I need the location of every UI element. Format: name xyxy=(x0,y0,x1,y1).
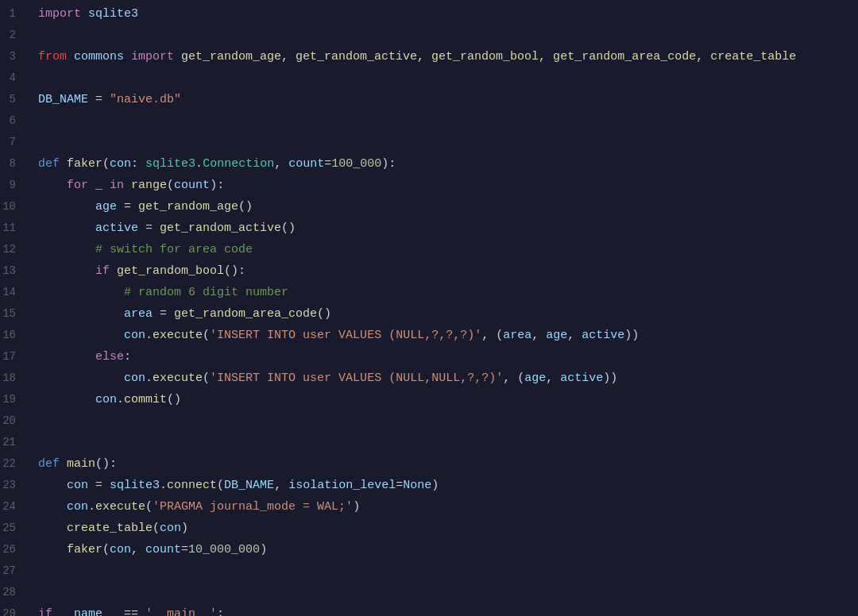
token: ( xyxy=(102,543,110,556)
token: , ( xyxy=(503,372,524,385)
token: import xyxy=(131,50,174,64)
token: ) xyxy=(181,522,188,535)
code-editor: 1import sqlite32 3from commons import ge… xyxy=(0,0,858,616)
code-line: 5DB_NAME = "naive.db" xyxy=(0,89,858,110)
token: if xyxy=(95,264,110,278)
token: else xyxy=(95,350,124,364)
token: = xyxy=(181,543,188,556)
token: active xyxy=(582,329,624,342)
line-content: for _ in range(count): xyxy=(29,175,858,196)
token: = xyxy=(88,479,110,492)
line-number: 17 xyxy=(0,346,29,367)
token: ): xyxy=(381,157,396,171)
token: = xyxy=(396,479,403,492)
token: sqlite3 xyxy=(81,7,138,21)
token: ( xyxy=(203,372,210,385)
token: get_random_active xyxy=(160,221,281,235)
code-line: 12 # switch for area code xyxy=(0,239,858,260)
token xyxy=(38,221,95,235)
token: count xyxy=(145,543,181,556)
token: ( xyxy=(217,479,224,492)
token xyxy=(38,286,124,299)
token: age xyxy=(95,200,117,214)
token xyxy=(38,179,67,192)
token: age xyxy=(524,372,546,385)
token: execute xyxy=(95,500,145,514)
token: commons xyxy=(67,50,131,64)
token: , ( xyxy=(481,329,503,342)
token: isolation_level xyxy=(288,479,396,492)
line-number: 13 xyxy=(0,260,29,281)
line-number: 15 xyxy=(0,303,29,324)
code-line: 1import sqlite3 xyxy=(0,3,858,25)
code-line: 26 faker(con, count=10_000_000) xyxy=(0,539,858,560)
code-line: 24 con.execute('PRAGMA journal_mode = WA… xyxy=(0,496,858,518)
token xyxy=(38,500,67,514)
line-content: con.execute('PRAGMA journal_mode = WAL;'… xyxy=(29,497,858,518)
token: sqlite3 xyxy=(145,157,195,171)
code-line: 10 age = get_random_age() xyxy=(0,196,858,218)
token: commit xyxy=(124,393,167,406)
token: _ xyxy=(88,179,110,192)
line-number: 18 xyxy=(0,368,29,388)
token: get_random_age, get_random_active, get_r… xyxy=(174,50,796,64)
line-content: con.commit() xyxy=(29,390,858,410)
token: con xyxy=(95,393,117,406)
token: (): xyxy=(224,264,245,278)
line-number: 20 xyxy=(0,410,29,431)
token: '__main__' xyxy=(145,607,217,616)
token: )) xyxy=(624,329,639,342)
code-line: 11 active = get_random_active() xyxy=(0,218,858,239)
token: = xyxy=(138,221,160,235)
line-number: 26 xyxy=(0,539,29,560)
code-line: 22def main(): xyxy=(0,453,858,475)
line-content xyxy=(29,433,858,453)
line-number: 29 xyxy=(0,603,29,616)
line-number: 27 xyxy=(0,560,29,581)
token: , xyxy=(546,372,560,385)
token: 'INSERT INTO user VALUES (NULL,NULL,?,?)… xyxy=(210,372,503,385)
token: ( xyxy=(203,329,210,342)
token: import xyxy=(38,7,81,21)
line-content: # random 6 digit number xyxy=(29,283,858,303)
line-number: 10 xyxy=(0,196,29,217)
code-line: 28 xyxy=(0,582,858,603)
token xyxy=(38,200,95,214)
token: Connection xyxy=(203,157,274,171)
line-number: 7 xyxy=(0,132,29,152)
token: . xyxy=(88,500,95,514)
token: = xyxy=(324,157,331,171)
line-content xyxy=(29,111,858,132)
token: , xyxy=(131,543,145,556)
token: get_random_age xyxy=(138,200,238,214)
token: (): xyxy=(95,457,117,471)
line-number: 6 xyxy=(0,110,29,131)
token: . xyxy=(145,329,153,342)
token xyxy=(60,157,67,171)
token: ) xyxy=(431,479,439,492)
code-line: 23 con = sqlite3.connect(DB_NAME, isolat… xyxy=(0,475,858,496)
code-line: 3from commons import get_random_age, get… xyxy=(0,46,858,67)
code-line: 25 create_table(con) xyxy=(0,518,858,539)
token xyxy=(38,350,95,364)
code-line: 8def faker(con: sqlite3.Connection, coun… xyxy=(0,153,858,175)
token: count xyxy=(288,157,324,171)
token xyxy=(38,329,124,342)
line-content: age = get_random_age() xyxy=(29,197,858,218)
code-line: 14 # random 6 digit number xyxy=(0,282,858,303)
line-content: faker(con, count=10_000_000) xyxy=(29,540,858,560)
code-line: 19 con.commit() xyxy=(0,389,858,410)
token xyxy=(38,243,95,256)
token: ) xyxy=(353,500,360,514)
token: = xyxy=(88,93,110,106)
token xyxy=(38,543,67,556)
token xyxy=(60,457,67,471)
token: get_random_area_code xyxy=(174,307,317,321)
token: __name__ xyxy=(60,607,117,616)
token: 10_000_000 xyxy=(188,543,260,556)
line-number: 21 xyxy=(0,432,29,452)
code-line: 21 xyxy=(0,432,858,453)
code-line: 18 con.execute('INSERT INTO user VALUES … xyxy=(0,368,858,389)
token: if xyxy=(38,607,52,616)
line-number: 1 xyxy=(0,3,29,24)
